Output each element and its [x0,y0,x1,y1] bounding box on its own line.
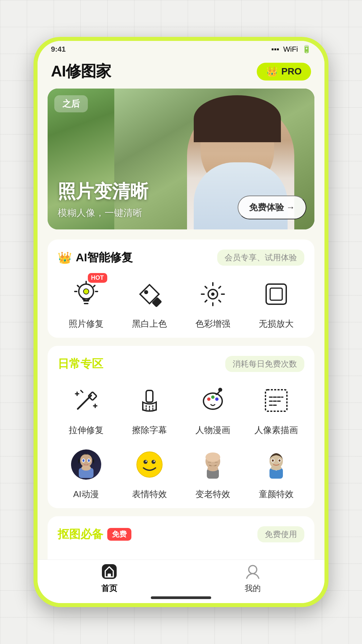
feature-photo-repair[interactable]: HOT 照片修复 [58,276,114,330]
app-header: AI修图家 👑 PRO [38,58,324,89]
svg-point-52 [143,460,147,464]
young-label: 童颜特效 [259,488,294,500]
svg-point-38 [215,397,219,401]
feature-expression[interactable]: 表情特效 [121,446,178,500]
hero-subtitle: 模糊人像，一键清晰 [58,207,148,219]
svg-point-8 [83,289,89,294]
cutout-item-2[interactable] [121,552,178,559]
cutout-item-4[interactable] [248,552,304,559]
erase-subtitle-icon-wrap [131,382,168,419]
sketch-icon [263,387,290,414]
hero-title: 照片变清晰 [58,179,148,204]
svg-point-63 [272,460,274,462]
svg-line-3 [77,285,79,287]
cutout-link[interactable]: 免费使用 [257,526,304,542]
feature-color-enhance[interactable]: 色彩增强 [184,276,241,330]
feature-sketch[interactable]: 人像素描画 [248,382,304,436]
hero-text: 照片变清晰 模糊人像，一键清晰 [58,179,148,219]
daily-section-badge: 消耗每日免费次数 [225,356,304,372]
aging-label: 变老特效 [195,488,230,500]
svg-line-21 [205,300,207,302]
pro-badge-button[interactable]: 👑 PRO [257,63,311,80]
daily-title-text: 日常专区 [58,356,103,372]
anime-icon-wrap [68,446,105,483]
ai-section-title: 👑 AI智能修复 [58,250,133,265]
person-hair [194,95,281,142]
anime-svg [73,451,100,478]
photo-repair-label: 照片修复 [69,318,104,330]
sketch-icon-wrap [258,382,295,419]
phone-frame: 9:41 ▪▪▪ WiFi 🔋 AI修图家 👑 PRO [34,37,328,607]
signal-icon: ▪▪▪ [272,45,279,54]
old-person-icon [199,450,227,479]
cutout-section-header: 抠图必备 免费 免费使用 [58,526,304,542]
young-emoji [261,449,291,480]
enlarge-label: 无损放大 [259,318,294,330]
ai-crown-icon: 👑 [58,251,72,264]
ai-section-card: 👑 AI智能修复 会员专享、试用体验 [48,239,314,338]
svg-point-54 [145,461,147,462]
daily-feature-grid-row2: AI动漫 [58,446,304,500]
stretch-icon-wrap [68,382,105,419]
status-bar: 9:41 ▪▪▪ WiFi 🔋 [38,41,324,58]
expression-emoji [134,449,165,480]
aging-emoji [198,449,228,480]
feature-comic[interactable]: 人物漫画 [184,382,241,436]
hot-badge: HOT [88,273,107,283]
nav-item-home[interactable]: 首页 [101,563,118,594]
smile-icon [135,450,164,479]
daily-section-header: 日常专区 消耗每日免费次数 [58,356,304,372]
wifi-icon: WiFi [283,45,298,54]
cutout-icon-1-wrap [68,552,105,559]
cutout-feature-grid [58,552,304,559]
feature-young[interactable]: 童颜特效 [248,446,304,500]
home-icon [101,563,118,580]
young-icon-wrap [258,446,295,483]
svg-point-13 [211,292,215,296]
feature-enlarge[interactable]: 无损放大 [248,276,304,330]
ai-feature-grid: HOT 照片修复 [58,276,304,330]
nav-item-profile[interactable]: 我的 [244,563,261,594]
svg-line-19 [219,300,221,302]
wand-icon [73,387,100,414]
svg-point-37 [211,395,215,399]
color-enhance-label: 色彩增强 [195,318,230,330]
anime-avatar [71,449,101,480]
svg-rect-31 [146,390,153,402]
hero-banner[interactable]: 之后 照片变清晰 模糊人像，一键清晰 免费体验 → [48,89,314,229]
svg-rect-10 [152,297,162,307]
young-person-icon [262,450,290,479]
feature-aging[interactable]: 变老特效 [184,446,241,500]
palette-icon [199,387,226,414]
after-tag: 之后 [54,95,88,112]
status-icons: ▪▪▪ WiFi 🔋 [272,45,311,54]
feature-anime[interactable]: AI动漫 [58,446,114,500]
svg-point-64 [279,460,281,462]
expression-label: 表情特效 [132,488,167,500]
pro-label: PRO [281,66,302,77]
colorize-icon-wrap [131,276,168,313]
phone-inner: 9:41 ▪▪▪ WiFi 🔋 AI修图家 👑 PRO [38,41,324,603]
expand-icon [263,281,290,308]
comic-label: 人物漫画 [195,424,230,436]
feature-stretch[interactable]: 拉伸修复 [58,382,114,436]
time: 9:41 [51,45,66,54]
cutout-icon-3-wrap [194,552,231,559]
cutout-section-title: 抠图必备 免费 [58,527,131,542]
svg-point-46 [82,459,84,462]
cutout-icon-4-wrap [258,552,295,559]
feature-colorize[interactable]: 黑白上色 [121,276,178,330]
cutout-item-3[interactable] [184,552,241,559]
cutout-free-badge: 免费 [107,528,131,541]
ai-section-badge: 会员专享、试用体验 [217,250,304,266]
anime-label: AI动漫 [73,488,99,500]
svg-point-39 [218,388,222,392]
svg-point-36 [207,397,210,401]
cutout-item-1[interactable] [58,552,114,559]
home-indicator [151,596,211,599]
svg-point-55 [154,461,155,462]
feature-erase-subtitle[interactable]: 擦除字幕 [121,382,178,436]
hero-cta-button[interactable]: 免费体验 → [238,196,306,219]
paint-icon [136,281,163,308]
cutout-title-text: 抠图必备 [58,527,103,542]
